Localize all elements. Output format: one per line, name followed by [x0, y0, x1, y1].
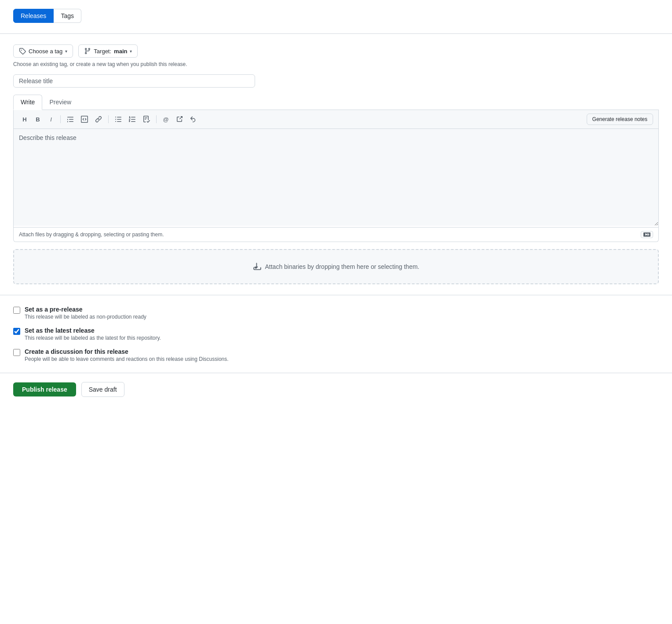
attach-bar: Attach files by dragging & dropping, sel… [14, 227, 658, 242]
section-divider [0, 295, 672, 295]
toolbar-sep-2 [108, 115, 109, 123]
choose-tag-dropdown[interactable]: Choose a tag ▾ [13, 44, 73, 58]
latest-release-item: Set as the latest release This release w… [13, 327, 659, 341]
editor-toolbar: H B I [14, 110, 658, 129]
markdown-badge [641, 231, 653, 238]
latest-release-label[interactable]: Set as the latest release This release w… [25, 327, 161, 341]
toolbar-sep-1 [60, 115, 61, 123]
quote-btn[interactable] [64, 114, 77, 125]
tags-tab[interactable]: Tags [54, 9, 81, 23]
quote-icon [67, 116, 74, 123]
preview-tab[interactable]: Preview [42, 95, 78, 110]
editor-container: H B I [13, 110, 659, 242]
task-list-icon [143, 116, 150, 123]
publish-release-button[interactable]: Publish release [13, 382, 76, 396]
target-label: Target: [94, 48, 111, 55]
tag-icon [19, 48, 26, 55]
releases-tab[interactable]: Releases [13, 9, 54, 23]
latest-release-title: Set as the latest release [25, 327, 161, 334]
prerelease-label[interactable]: Set as a pre-release This release will b… [25, 306, 146, 320]
checkbox-section: Set as a pre-release This release will b… [13, 306, 659, 362]
mention-btn[interactable]: @ [160, 114, 172, 125]
toolbar-sep-3 [156, 115, 157, 123]
italic-btn[interactable]: I [45, 114, 57, 125]
reference-btn[interactable] [173, 114, 186, 125]
prerelease-checkbox[interactable] [13, 307, 20, 314]
discussion-checkbox[interactable] [13, 349, 20, 356]
target-chevron-icon: ▾ [130, 49, 132, 54]
branch-icon [84, 48, 91, 55]
controls-row: Choose a tag ▾ Target: main ▾ [13, 44, 659, 58]
tab-bar: Releases Tags [13, 9, 659, 23]
link-btn[interactable] [92, 114, 105, 125]
prerelease-item: Set as a pre-release This release will b… [13, 306, 659, 320]
download-icon [253, 262, 262, 271]
unordered-list-btn[interactable] [112, 114, 124, 125]
tag-chevron-icon: ▾ [65, 49, 67, 54]
heading-btn[interactable]: H [19, 114, 30, 125]
code-icon [81, 116, 88, 123]
action-row: Publish release Save draft [13, 382, 659, 397]
bottom-divider [0, 373, 672, 373]
task-list-btn[interactable] [140, 114, 153, 125]
release-description-textarea[interactable] [14, 129, 658, 226]
release-title-input[interactable] [13, 74, 255, 88]
reference-icon [176, 116, 183, 123]
latest-release-checkbox[interactable] [13, 328, 20, 335]
choose-tag-label: Choose a tag [29, 48, 62, 55]
tag-hint: Choose an existing tag, or create a new … [13, 61, 659, 67]
toolbar-buttons: H B I [19, 114, 200, 125]
prerelease-desc: This release will be labeled as non-prod… [25, 314, 146, 320]
header-divider [0, 33, 672, 34]
bold-btn[interactable]: B [32, 114, 44, 125]
markdown-icon [643, 232, 650, 237]
save-draft-button[interactable]: Save draft [81, 382, 124, 397]
discussion-title: Create a discussion for this release [25, 348, 229, 355]
ordered-list-btn[interactable] [126, 114, 139, 125]
code-btn[interactable] [78, 114, 91, 125]
prerelease-title: Set as a pre-release [25, 306, 146, 313]
target-value: main [114, 48, 127, 55]
generate-release-notes-btn[interactable]: Generate release notes [587, 114, 653, 125]
ordered-list-icon [129, 116, 136, 123]
attach-binaries-zone[interactable]: Attach binaries by dropping them here or… [13, 249, 659, 284]
discussion-desc: People will be able to leave comments an… [25, 356, 229, 362]
undo-btn[interactable] [187, 114, 200, 125]
write-tab[interactable]: Write [13, 95, 42, 110]
latest-release-desc: This release will be labeled as the late… [25, 335, 161, 341]
link-icon [95, 116, 102, 123]
undo-icon [190, 116, 197, 123]
discussion-label[interactable]: Create a discussion for this release Peo… [25, 348, 229, 362]
editor-tabs: Write Preview [13, 95, 659, 110]
attach-binaries-text: Attach binaries by dropping them here or… [265, 263, 420, 270]
attach-text: Attach files by dragging & dropping, sel… [19, 231, 164, 238]
unordered-list-icon [115, 116, 122, 123]
target-dropdown[interactable]: Target: main ▾ [78, 44, 138, 58]
discussion-item: Create a discussion for this release Peo… [13, 348, 659, 362]
